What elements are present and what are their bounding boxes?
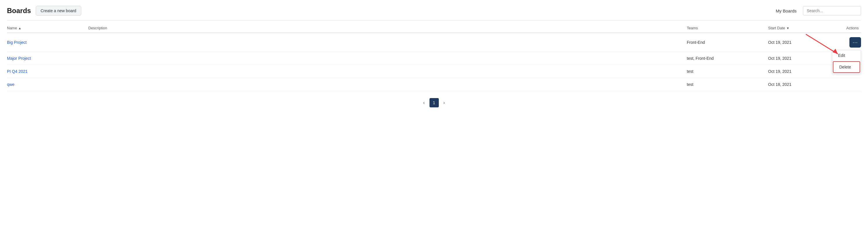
sort-arrow-name: ▲ xyxy=(18,26,22,30)
table-row: PI Q4 2021 test Oct 19, 2021 xyxy=(7,65,861,78)
edit-menu-item[interactable]: Edit xyxy=(832,50,861,61)
start-date-cell: Oct 19, 2021 xyxy=(768,69,826,74)
board-name-cell: qwe xyxy=(7,82,88,87)
page-title: Boards xyxy=(7,7,31,15)
header-right: My Boards xyxy=(773,6,861,15)
start-date-cell: Oct 19, 2021 xyxy=(768,56,826,61)
actions-cell: ··· Edit Delete xyxy=(826,37,861,47)
pagination: ‹ 1 › xyxy=(7,91,861,113)
create-board-button[interactable]: Create a new board xyxy=(36,6,81,16)
board-name-link[interactable]: Major Project xyxy=(7,56,31,61)
board-name-cell: Major Project xyxy=(7,56,88,61)
page-header: Boards Create a new board My Boards xyxy=(7,0,861,21)
board-name-cell: Big Project xyxy=(7,40,88,45)
column-header-actions: Actions xyxy=(826,26,861,30)
header-left: Boards Create a new board xyxy=(7,6,81,16)
pagination-next-button[interactable]: › xyxy=(441,99,447,106)
my-boards-button[interactable]: My Boards xyxy=(773,7,800,15)
start-date-cell: Oct 18, 2021 xyxy=(768,82,826,87)
column-start-date-label: Start Date xyxy=(768,26,785,30)
column-header-name[interactable]: Name ▲ xyxy=(7,26,88,30)
teams-cell: Front-End xyxy=(687,40,768,45)
page-container: Boards Create a new board My Boards Name… xyxy=(0,0,868,233)
column-name-label: Name xyxy=(7,26,17,30)
ellipsis-icon: ··· xyxy=(852,39,858,45)
table-row: Major Project test, Front-End Oct 19, 20… xyxy=(7,52,861,65)
board-name-link[interactable]: Big Project xyxy=(7,40,27,45)
pagination-prev-button[interactable]: ‹ xyxy=(421,99,427,106)
teams-cell: test xyxy=(687,69,768,74)
pagination-current-page[interactable]: 1 xyxy=(430,98,439,107)
teams-cell: test xyxy=(687,82,768,87)
board-name-cell: PI Q4 2021 xyxy=(7,69,88,74)
start-date-cell: Oct 19, 2021 xyxy=(768,40,826,45)
column-header-start-date[interactable]: Start Date ▼ xyxy=(768,26,826,30)
column-header-description: Description xyxy=(88,26,687,30)
actions-dropdown-menu: Edit Delete xyxy=(832,50,861,74)
search-input[interactable] xyxy=(803,6,861,15)
table-header-row: Name ▲ Description Teams Start Date ▼ Ac… xyxy=(7,23,861,33)
table-row: Big Project Front-End Oct 19, 2021 ··· E… xyxy=(7,33,861,52)
delete-menu-item[interactable]: Delete xyxy=(833,61,860,73)
actions-menu-button[interactable]: ··· xyxy=(849,37,861,47)
boards-table: Name ▲ Description Teams Start Date ▼ Ac… xyxy=(7,23,861,91)
column-header-teams: Teams xyxy=(687,26,768,30)
board-name-link[interactable]: qwe xyxy=(7,82,14,87)
sort-arrow-date: ▼ xyxy=(786,26,789,30)
teams-cell: test, Front-End xyxy=(687,56,768,61)
table-row: qwe test Oct 18, 2021 xyxy=(7,78,861,91)
board-name-link[interactable]: PI Q4 2021 xyxy=(7,69,28,74)
